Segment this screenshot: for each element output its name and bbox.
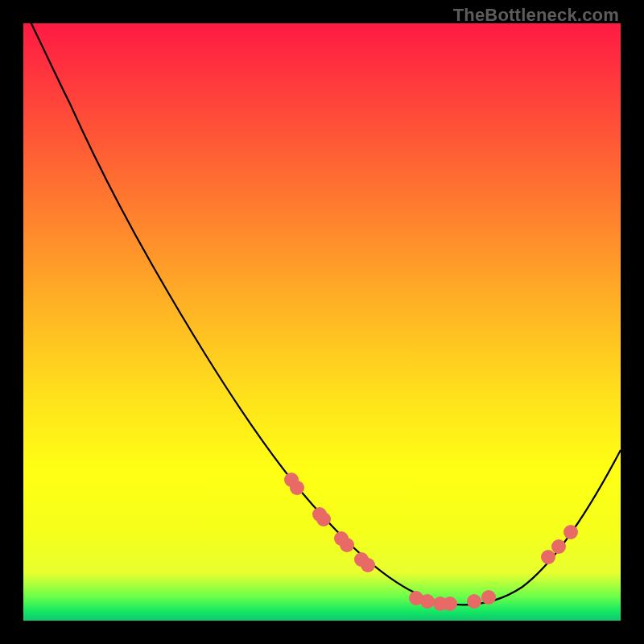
curve-marker bbox=[443, 597, 457, 611]
curve-marker bbox=[316, 512, 331, 526]
curve-marker bbox=[420, 594, 435, 609]
curve-marker bbox=[361, 558, 375, 572]
curve-marker bbox=[467, 594, 481, 609]
curve-marker bbox=[340, 538, 354, 552]
curve-markers bbox=[284, 473, 578, 611]
curve-marker bbox=[551, 539, 566, 554]
curve-marker bbox=[290, 481, 304, 495]
curve-marker bbox=[481, 590, 496, 605]
chart-area bbox=[23, 23, 621, 621]
watermark-text: TheBottleneck.com bbox=[453, 5, 619, 26]
curve-marker bbox=[541, 550, 555, 564]
chart-svg bbox=[23, 23, 621, 621]
curve-marker bbox=[564, 525, 578, 539]
